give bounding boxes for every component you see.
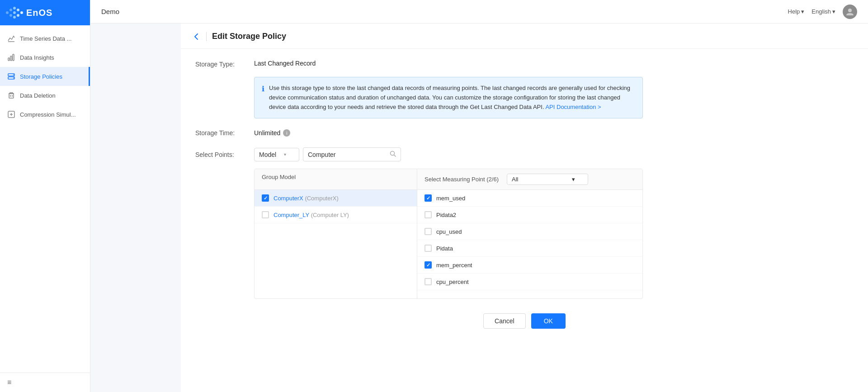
sidebar-menu-icon[interactable]: ≡ bbox=[7, 378, 11, 386]
sidebar-item-storage-policies[interactable]: Storage Policies bbox=[0, 67, 90, 86]
topbar-right: Help ▾ English ▾ bbox=[788, 5, 857, 19]
storage-time-label: Storage Time: bbox=[195, 129, 254, 137]
measure-checkbox-cpu-percent[interactable] bbox=[425, 278, 432, 285]
storage-time-value: Unlimited i bbox=[254, 129, 290, 137]
group-checkbox-computer-ly[interactable] bbox=[262, 211, 269, 218]
info-icon: ℹ bbox=[262, 85, 264, 112]
enos-logo-icon bbox=[5, 6, 24, 19]
svg-point-23 bbox=[848, 9, 852, 12]
model-dropdown[interactable]: Model ▾ bbox=[254, 148, 299, 161]
svg-point-5 bbox=[13, 16, 16, 19]
measure-checkbox-mem-percent[interactable]: ✓ bbox=[425, 261, 432, 269]
sidebar-footer: ≡ bbox=[0, 373, 90, 392]
ok-button[interactable]: OK bbox=[531, 313, 566, 329]
topbar-demo-label: Demo bbox=[101, 8, 119, 15]
svg-point-0 bbox=[6, 11, 9, 14]
svg-point-2 bbox=[9, 14, 12, 17]
storage-time-text: Unlimited bbox=[254, 129, 280, 137]
list-item[interactable]: Computer_LY (Computer LY) bbox=[255, 207, 417, 223]
compression-simul-icon bbox=[7, 110, 15, 118]
user-avatar[interactable] bbox=[843, 5, 857, 19]
measuring-dropdown[interactable]: All ▾ bbox=[507, 174, 588, 185]
measure-label-mem-used: mem_used bbox=[436, 195, 465, 202]
measure-checkbox-pidata2[interactable] bbox=[425, 211, 432, 218]
svg-point-8 bbox=[20, 11, 23, 14]
svg-point-7 bbox=[17, 14, 19, 17]
group-model-label: Group Model bbox=[262, 174, 296, 180]
header-divider bbox=[206, 32, 207, 41]
sidebar-header: EnOS bbox=[0, 0, 90, 25]
model-dropdown-arrow: ▾ bbox=[284, 152, 286, 157]
select-points-row: Select Points: Model ▾ bbox=[195, 147, 854, 161]
list-item: ✓ mem_percent bbox=[417, 257, 642, 274]
svg-line-25 bbox=[394, 155, 396, 157]
api-documentation-link[interactable]: API Documentation > bbox=[545, 104, 601, 110]
measure-checkbox-cpu-used[interactable] bbox=[425, 228, 432, 235]
table-header: Group Model Select Measuring Point (2/6)… bbox=[255, 169, 642, 190]
sidebar-item-label: Data Deletion bbox=[20, 92, 56, 99]
sidebar-nav: Time Series Data ... Data Insights Stora… bbox=[0, 25, 90, 373]
storage-type-value: Last Changed Record bbox=[254, 60, 316, 67]
model-dropdown-value: Model bbox=[259, 151, 276, 158]
storage-time-info-icon[interactable]: i bbox=[283, 129, 290, 137]
svg-rect-12 bbox=[13, 54, 14, 61]
measuring-dropdown-value: All bbox=[512, 176, 518, 183]
measure-label-pidata2: Pidata2 bbox=[436, 212, 456, 218]
storage-type-label: Storage Type: bbox=[195, 60, 254, 68]
topbar: Demo Help ▾ English ▾ bbox=[90, 0, 868, 24]
sidebar-item-label: Compression Simul... bbox=[20, 111, 76, 118]
measuring-dropdown-arrow: ▾ bbox=[572, 176, 575, 183]
data-insights-icon bbox=[7, 53, 15, 61]
search-input-wrap[interactable] bbox=[303, 147, 401, 161]
topbar-left: Demo bbox=[101, 8, 119, 15]
topbar-lang-button[interactable]: English ▾ bbox=[811, 8, 835, 15]
sidebar-item-compression-simul[interactable]: Compression Simul... bbox=[0, 105, 90, 124]
table-body: ✓ ComputerX (ComputerX) Computer_LY (Com… bbox=[255, 190, 642, 298]
measure-label-pidata: Pidata bbox=[436, 245, 453, 252]
sidebar-item-data-insights[interactable]: Data Insights bbox=[0, 48, 90, 67]
measure-checkbox-mem-used[interactable]: ✓ bbox=[425, 194, 432, 202]
search-icon bbox=[390, 151, 396, 158]
checkbox-mark: ✓ bbox=[264, 195, 268, 201]
list-item: cpu_used bbox=[417, 223, 642, 240]
data-deletion-icon bbox=[7, 91, 15, 99]
sidebar: EnOS Time Series Data ... Data Insights … bbox=[0, 0, 90, 392]
page-header: Edit Storage Policy bbox=[181, 24, 868, 49]
content-area: Storage Type: Last Changed Record ℹ Use … bbox=[181, 49, 868, 350]
help-chevron: ▾ bbox=[801, 8, 804, 15]
measure-label-cpu-used: cpu_used bbox=[436, 228, 462, 235]
list-item: ✓ mem_used bbox=[417, 190, 642, 207]
select-points-label: Select Points: bbox=[195, 151, 254, 158]
svg-point-16 bbox=[13, 78, 14, 79]
page-title: Edit Storage Policy bbox=[212, 32, 286, 41]
info-text: Use this storage type to store the last … bbox=[269, 84, 635, 112]
storage-policies-icon bbox=[7, 72, 15, 80]
group-item-label-computer-ly: Computer_LY (Computer LY) bbox=[274, 212, 349, 218]
cancel-button[interactable]: Cancel bbox=[483, 313, 526, 329]
sidebar-item-label: Storage Policies bbox=[20, 73, 62, 80]
svg-rect-10 bbox=[8, 58, 9, 61]
storage-time-row: Storage Time: Unlimited i bbox=[195, 129, 854, 137]
sidebar-item-label: Time Series Data ... bbox=[20, 35, 71, 42]
group-checkbox-computerx[interactable]: ✓ bbox=[262, 194, 269, 202]
sidebar-item-time-series[interactable]: Time Series Data ... bbox=[0, 29, 90, 48]
sidebar-item-data-deletion[interactable]: Data Deletion bbox=[0, 86, 90, 105]
avatar-icon bbox=[845, 7, 854, 16]
sidebar-item-label: Data Insights bbox=[20, 54, 54, 61]
svg-point-1 bbox=[9, 9, 12, 11]
measure-checkbox-pidata[interactable] bbox=[425, 245, 432, 252]
svg-point-15 bbox=[13, 75, 14, 76]
svg-rect-11 bbox=[10, 56, 12, 61]
group-model-header: Group Model bbox=[255, 169, 417, 189]
back-button[interactable] bbox=[192, 32, 201, 41]
search-input[interactable] bbox=[308, 151, 387, 158]
svg-rect-17 bbox=[9, 94, 14, 98]
enos-logo-text: EnOS bbox=[26, 8, 52, 18]
lang-chevron: ▾ bbox=[832, 8, 835, 15]
list-item[interactable]: ✓ ComputerX (ComputerX) bbox=[255, 190, 417, 207]
group-list: ✓ ComputerX (ComputerX) Computer_LY (Com… bbox=[255, 190, 417, 298]
topbar-help-button[interactable]: Help ▾ bbox=[788, 8, 805, 15]
svg-point-6 bbox=[17, 9, 19, 11]
measure-label-mem-percent: mem_percent bbox=[436, 262, 472, 269]
measure-label-cpu-percent: cpu_percent bbox=[436, 279, 469, 285]
